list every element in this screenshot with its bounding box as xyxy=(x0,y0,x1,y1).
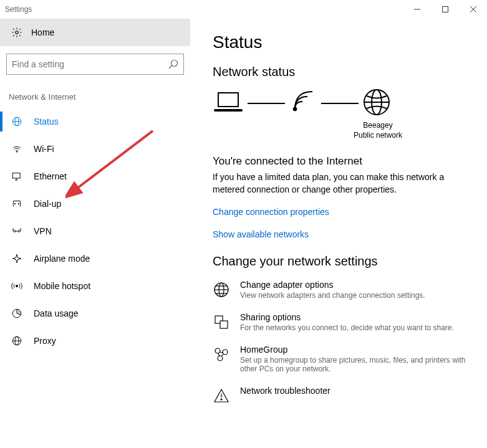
sidebar-item-label: Status xyxy=(34,117,59,126)
change-connection-link[interactable]: Change connection properties xyxy=(213,207,475,217)
svg-point-15 xyxy=(18,203,19,204)
sidebar-item-status[interactable]: Status xyxy=(0,108,190,135)
main-content: Status Network status Beeagey Public net… xyxy=(190,19,487,448)
sidebar: Home Network & Internet Status Wi-Fi E xyxy=(0,19,190,448)
option-desc: Set up a homegroup to share pictures, mu… xyxy=(240,356,475,373)
page-title: Status xyxy=(213,32,475,52)
option-title: HomeGroup xyxy=(240,345,475,355)
svg-point-14 xyxy=(14,203,16,204)
window-controls xyxy=(403,0,487,19)
sidebar-item-label: VPN xyxy=(34,226,52,236)
network-type-label: Public network xyxy=(281,131,475,141)
maximize-button[interactable] xyxy=(431,0,459,19)
sidebar-item-airplane[interactable]: Airplane mode xyxy=(0,245,190,272)
homegroup-icon xyxy=(213,346,230,363)
gear-icon xyxy=(11,27,22,38)
option-adapter[interactable]: Change adapter options View network adap… xyxy=(213,280,475,300)
svg-point-5 xyxy=(171,60,178,67)
sidebar-item-ethernet[interactable]: Ethernet xyxy=(0,163,190,190)
change-settings-head: Change your network settings xyxy=(213,254,475,269)
svg-rect-1 xyxy=(442,7,448,12)
option-sharing[interactable]: Sharing options For the networks you con… xyxy=(213,312,475,332)
home-label: Home xyxy=(31,27,54,37)
svg-rect-37 xyxy=(220,321,228,328)
search-container xyxy=(0,46,190,81)
svg-rect-11 xyxy=(12,173,20,178)
network-diagram xyxy=(213,88,475,118)
category-label: Network & Internet xyxy=(0,81,190,108)
svg-point-10 xyxy=(16,151,17,153)
diagram-caption: Beeagey Public network xyxy=(281,121,475,140)
sidebar-item-hotspot[interactable]: Mobile hotspot xyxy=(0,272,190,300)
wifi-icon xyxy=(11,143,22,155)
svg-point-4 xyxy=(16,31,19,34)
window-title: Settings xyxy=(5,5,32,14)
airplane-icon xyxy=(11,253,22,264)
svg-point-19 xyxy=(16,285,18,287)
sidebar-item-label: Ethernet xyxy=(34,171,67,181)
status-icon xyxy=(11,116,22,127)
wifi-signal-icon xyxy=(289,90,317,116)
sharing-icon xyxy=(213,313,230,331)
ssid-label: Beeagey xyxy=(281,121,475,131)
option-desc: View network adapters and change connect… xyxy=(240,291,425,300)
title-bar: Settings xyxy=(0,0,487,19)
option-troubleshooter[interactable]: Network troubleshooter xyxy=(213,386,475,404)
globe-icon xyxy=(362,88,391,118)
sidebar-item-proxy[interactable]: Proxy xyxy=(0,327,190,355)
option-title: Sharing options xyxy=(240,312,454,322)
diagram-line xyxy=(321,103,359,104)
network-status-head: Network status xyxy=(213,65,475,79)
dialup-icon xyxy=(11,198,22,209)
search-icon xyxy=(168,59,178,69)
sidebar-item-datausage[interactable]: Data usage xyxy=(0,300,190,327)
svg-point-40 xyxy=(218,356,223,361)
home-nav[interactable]: Home xyxy=(0,19,190,46)
sidebar-item-label: Airplane mode xyxy=(34,254,90,264)
sidebar-item-label: Proxy xyxy=(34,336,56,346)
data-usage-icon xyxy=(11,308,22,319)
sidebar-item-vpn[interactable]: VPN xyxy=(0,217,190,245)
troubleshoot-icon xyxy=(213,387,230,404)
close-button[interactable] xyxy=(459,0,487,19)
sidebar-item-label: Data usage xyxy=(34,308,79,318)
connected-description: If you have a limited data plan, you can… xyxy=(213,171,475,196)
svg-rect-26 xyxy=(218,93,238,107)
proxy-icon xyxy=(11,335,22,346)
option-title: Network troubleshooter xyxy=(240,386,330,396)
search-box[interactable] xyxy=(6,54,184,75)
svg-point-45 xyxy=(221,399,222,400)
vpn-icon xyxy=(11,226,22,237)
search-input[interactable] xyxy=(12,59,168,69)
sidebar-item-label: Wi-Fi xyxy=(34,144,54,154)
svg-point-16 xyxy=(14,231,16,232)
svg-point-17 xyxy=(18,231,20,232)
sidebar-item-dialup[interactable]: Dial-up xyxy=(0,190,190,217)
minimize-button[interactable] xyxy=(403,0,431,19)
show-networks-link[interactable]: Show available networks xyxy=(213,229,475,239)
option-title: Change adapter options xyxy=(240,280,425,290)
hotspot-icon xyxy=(11,280,22,292)
nav-list: Status Wi-Fi Ethernet Dial-up VPN Airpla… xyxy=(0,108,190,355)
svg-point-39 xyxy=(223,350,228,355)
sidebar-item-label: Mobile hotspot xyxy=(34,281,90,291)
svg-line-6 xyxy=(169,66,172,69)
option-homegroup[interactable]: HomeGroup Set up a homegroup to share pi… xyxy=(213,345,475,373)
svg-line-43 xyxy=(221,354,223,356)
laptop-icon xyxy=(213,90,244,116)
ethernet-icon xyxy=(11,171,22,182)
option-desc: For the networks you connect to, decide … xyxy=(240,323,454,332)
connected-heading: You're connected to the Internet xyxy=(213,155,475,168)
sidebar-item-wifi[interactable]: Wi-Fi xyxy=(0,135,190,163)
svg-point-38 xyxy=(215,348,220,353)
diagram-line xyxy=(248,103,285,104)
globe-adapter-icon xyxy=(213,281,230,298)
sidebar-item-label: Dial-up xyxy=(34,199,61,209)
